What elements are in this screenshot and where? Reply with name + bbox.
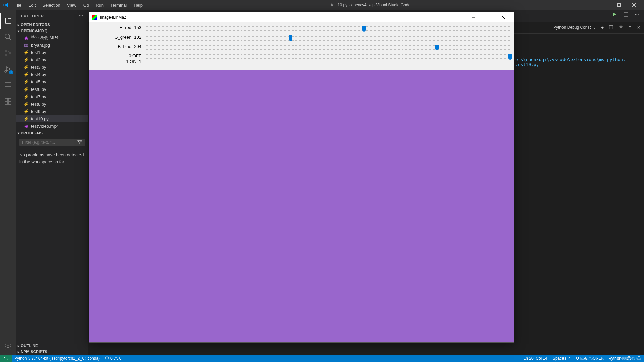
file-name: bryant.jpg (31, 43, 50, 48)
status-spaces[interactable]: Spaces: 4 (550, 355, 573, 362)
python-icon: ⚡ (23, 109, 29, 114)
section-npm[interactable]: NPM SCRIPTS (16, 349, 88, 355)
file-item-test2-py[interactable]: ⚡test2.py (16, 56, 88, 63)
chevron-right-icon (18, 23, 19, 27)
file-name: test8.py (31, 102, 46, 107)
filter-icon[interactable] (77, 140, 82, 145)
activity-debug[interactable]: 1 (0, 61, 16, 77)
menu-bar: File Edit Selection View Go Run Terminal… (11, 1, 146, 9)
trackbar-track[interactable] (145, 53, 510, 60)
file-item-毕业晚会-MP4[interactable]: ◉毕业晚会.MP4 (16, 34, 88, 41)
file-item-test8-py[interactable]: ⚡test8.py (16, 100, 88, 108)
opencv-minimize-button[interactable] (466, 13, 481, 22)
activity-search[interactable] (0, 29, 16, 45)
file-name: test5.py (31, 79, 46, 84)
chevron-down-icon (18, 29, 19, 33)
vscode-icon (3, 2, 8, 8)
trackbar-label: R_red: 153 (93, 25, 145, 31)
python-icon: ⚡ (23, 79, 29, 84)
file-item-test10-py[interactable]: ⚡test10.py (16, 115, 88, 122)
activity-scm[interactable] (0, 45, 16, 61)
section-outline[interactable]: OUTLINE (16, 343, 88, 349)
opencv-close-button[interactable] (496, 13, 511, 22)
panel: Python Debug Consc ⌄ + ⌃ ✕ ers\chenxuqi\… (512, 22, 644, 355)
split-terminal-icon[interactable] (609, 25, 613, 30)
trackbar-label: G_green: 102 (93, 35, 145, 40)
file-item-test6-py[interactable]: ⚡test6.py (16, 85, 88, 93)
trackbar-thumb[interactable] (435, 45, 439, 50)
file-item-test5-py[interactable]: ⚡test5.py (16, 78, 88, 85)
error-count: 0 (110, 356, 113, 361)
panel-content[interactable]: ers\chenxuqi\.vscode\extensions\ms-pytho… (512, 34, 644, 355)
menu-edit[interactable]: Edit (25, 1, 39, 9)
file-item-test4-py[interactable]: ⚡test4.py (16, 71, 88, 78)
maximize-button[interactable] (611, 0, 626, 10)
sidebar: EXPLORER ⋯ OPEN EDITORS OPENCV4CXQ ◉毕业晚会… (16, 10, 88, 355)
section-open-editors[interactable]: OPEN EDITORS (16, 22, 88, 28)
menu-terminal[interactable]: Terminal (107, 1, 130, 9)
file-item-test1-py[interactable]: ⚡test1.py (16, 49, 88, 56)
sidebar-more-icon[interactable]: ⋯ (79, 14, 83, 18)
file-name: test4.py (31, 72, 46, 77)
menu-help[interactable]: Help (130, 1, 146, 9)
file-item-bryant-jpg[interactable]: ▦bryant.jpg (16, 41, 88, 49)
problems-filter-input[interactable] (22, 140, 77, 145)
trackbar-thumb[interactable] (362, 26, 366, 32)
trackbar-thumb[interactable] (508, 54, 512, 60)
activity-remote[interactable] (0, 77, 16, 93)
svg-point-10 (5, 70, 7, 72)
terminal-line: :est10.py' (515, 62, 641, 67)
activity-settings[interactable] (0, 339, 16, 355)
new-terminal-icon[interactable]: + (601, 25, 604, 30)
maximize-panel-icon[interactable]: ⌃ (628, 25, 632, 30)
svg-point-6 (5, 50, 7, 52)
trackbar-thumb[interactable] (289, 35, 292, 41)
menu-selection[interactable]: Selection (39, 1, 63, 9)
status-cursor[interactable]: Ln 20, Col 14 (521, 355, 550, 362)
status-python[interactable]: Python 3.7.7 64-bit ('ssd4pytorch1_2_0':… (12, 355, 102, 362)
file-list: ◉毕业晚会.MP4▦bryant.jpg⚡test1.py⚡test2.py⚡t… (16, 34, 88, 130)
trackbar-track[interactable] (145, 25, 510, 32)
minimize-button[interactable] (596, 0, 611, 10)
split-editor-icon[interactable] (623, 12, 629, 17)
activity-extensions[interactable] (0, 93, 16, 109)
video-icon: ◉ (23, 124, 29, 129)
opencv-image-display (89, 70, 514, 342)
more-icon[interactable]: ⋯ (635, 12, 639, 17)
file-item-test7-py[interactable]: ⚡test7.py (16, 93, 88, 100)
problems-text: No problems have been detected in the wo… (16, 149, 88, 168)
file-item-test9-py[interactable]: ⚡test9.py (16, 108, 88, 115)
run-icon[interactable] (612, 12, 617, 17)
close-button[interactable] (626, 0, 641, 10)
svg-point-8 (9, 52, 11, 54)
file-item-test3-py[interactable]: ⚡test3.py (16, 63, 88, 71)
file-name: test3.py (31, 65, 46, 70)
trackbar-track[interactable] (145, 35, 510, 41)
svg-rect-15 (5, 102, 8, 104)
problems-filter[interactable] (19, 139, 85, 146)
svg-rect-11 (5, 83, 11, 87)
chevron-down-icon (18, 131, 19, 135)
trackbar-track[interactable] (145, 44, 510, 51)
menu-view[interactable]: View (64, 1, 79, 9)
file-item-testVideo-mp4[interactable]: ◉testVideo.mp4 (16, 122, 88, 130)
opencv-maximize-button[interactable] (481, 13, 496, 22)
opencv-titlebar[interactable]: image4LinMaZi (89, 12, 514, 22)
trackbar-0: R_red: 153 (93, 25, 510, 32)
trash-icon[interactable] (619, 25, 623, 30)
menu-go[interactable]: Go (80, 1, 92, 9)
remote-indicator[interactable] (0, 355, 12, 362)
activity-explorer[interactable] (0, 13, 16, 29)
status-errors[interactable]: 0 0 (102, 355, 124, 362)
statusbar: Python 3.7.7 64-bit ('ssd4pytorch1_2_0':… (0, 355, 644, 362)
panel-tab-debug-console[interactable]: Python Debug Consc ⌄ (553, 25, 596, 30)
python-icon: ⚡ (23, 72, 29, 77)
file-name: test10.py (31, 116, 49, 121)
section-folder: OPENCV4CXQ ◉毕业晚会.MP4▦bryant.jpg⚡test1.py… (16, 28, 88, 130)
svg-rect-14 (8, 98, 11, 101)
menu-run[interactable]: Run (93, 1, 107, 9)
close-panel-icon[interactable]: ✕ (637, 25, 641, 30)
menu-file[interactable]: File (11, 1, 24, 9)
folder-header[interactable]: OPENCV4CXQ (16, 28, 88, 34)
problems-header[interactable]: PROBLEMS (16, 130, 88, 136)
